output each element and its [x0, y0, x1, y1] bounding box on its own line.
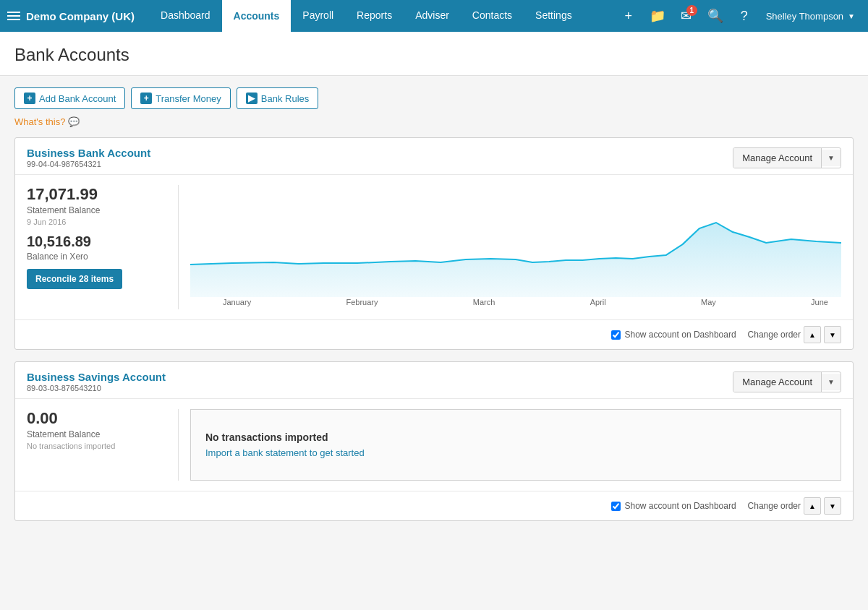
empty-state-1: No transactions imported Import a bank s…: [179, 409, 841, 481]
add-icon[interactable]: +: [616, 3, 642, 29]
chat-icon: 💬: [68, 116, 80, 127]
statement-balance-0: 17,071.99: [27, 185, 166, 204]
page-title: Bank Accounts: [14, 45, 854, 65]
account-card-header-1: Business Savings Account 89-03-03-876543…: [15, 362, 853, 399]
account-info-0: Business Bank Account 99-04-04-987654321: [27, 147, 150, 168]
top-nav: Demo Company (UK) Dashboard Accounts Pay…: [0, 0, 868, 32]
main-menu: Dashboard Accounts Payroll Reports Advis…: [149, 0, 616, 32]
add-bank-label: Add Bank Account: [39, 93, 116, 104]
user-name: Shelley Thompson: [766, 11, 843, 22]
hamburger-icon[interactable]: [7, 12, 20, 20]
chart-month-mar: March: [473, 298, 495, 306]
show-dashboard-0[interactable]: Show account on Dashboard: [611, 330, 736, 340]
nav-icons: + 📁 ✉ 1 🔍 ? Shelley Thompson ▼: [616, 0, 861, 32]
statement-balance-label-1: Statement Balance: [27, 429, 166, 439]
empty-title-1: No transactions imported: [205, 431, 826, 443]
help-icon[interactable]: ?: [731, 3, 757, 29]
user-menu[interactable]: Shelley Thompson ▼: [760, 0, 861, 32]
chart-month-may: May: [701, 298, 716, 306]
account-card-1: Business Savings Account 89-03-03-876543…: [14, 361, 854, 521]
statement-balance-label-0: Statement Balance: [27, 205, 166, 215]
chart-month-jan: January: [223, 298, 251, 306]
bank-rules-icon: ▶: [246, 93, 258, 104]
reconcile-button-0[interactable]: Reconcile 28 items: [27, 269, 122, 289]
nav-settings[interactable]: Settings: [524, 0, 584, 32]
show-dashboard-1[interactable]: Show account on Dashboard: [611, 501, 736, 511]
manage-account-caret-1[interactable]: ▼: [822, 374, 841, 390]
nav-adviser[interactable]: Adviser: [404, 0, 461, 32]
chart-month-feb: February: [346, 298, 378, 306]
account-card-header-0: Business Bank Account 99-04-04-987654321…: [15, 138, 853, 175]
page-header: Bank Accounts: [0, 32, 868, 76]
nav-contacts[interactable]: Contacts: [461, 0, 524, 32]
bank-rules-button[interactable]: ▶ Bank Rules: [237, 87, 318, 109]
manage-account-button-0[interactable]: Manage Account ▼: [733, 147, 841, 168]
mail-icon[interactable]: ✉ 1: [673, 3, 699, 29]
nav-reports[interactable]: Reports: [345, 0, 404, 32]
import-statement-link[interactable]: Import a bank statement to get started: [205, 447, 365, 458]
order-down-button-0[interactable]: ▼: [824, 326, 841, 343]
show-dashboard-label-0: Show account on Dashboard: [625, 330, 736, 340]
search-icon[interactable]: 🔍: [702, 3, 728, 29]
chart-month-jun: June: [811, 298, 828, 306]
transfer-icon: +: [140, 93, 152, 104]
show-dashboard-checkbox-0[interactable]: [611, 330, 621, 340]
account-stats-1: 0.00 Statement Balance No transactions i…: [27, 409, 179, 481]
account-card-footer-1: Show account on Dashboard Change order ▲…: [15, 491, 853, 520]
manage-account-label-0[interactable]: Manage Account: [733, 148, 822, 168]
change-order-label-1: Change order: [748, 501, 801, 511]
account-number-0: 99-04-04-987654321: [27, 160, 150, 168]
statement-balance-1: 0.00: [27, 409, 166, 428]
account-card-0: Business Bank Account 99-04-04-987654321…: [14, 137, 854, 350]
brand[interactable]: Demo Company (UK): [7, 10, 135, 22]
whats-this-text: What's this?: [14, 116, 65, 127]
chart-svg-0: [190, 185, 841, 301]
empty-state-box-1: No transactions imported Import a bank s…: [190, 409, 841, 481]
xero-balance-label-0: Balance in Xero: [27, 252, 166, 262]
whats-this-link[interactable]: What's this? 💬: [14, 116, 854, 127]
change-order-1: Change order ▲ ▼: [748, 497, 841, 515]
nav-accounts[interactable]: Accounts: [222, 0, 292, 32]
nav-payroll[interactable]: Payroll: [291, 0, 345, 32]
show-dashboard-checkbox-1[interactable]: [611, 502, 621, 511]
brand-name: Demo Company (UK): [26, 10, 135, 22]
account-name-0: Business Bank Account: [27, 147, 150, 159]
chart-area-0: January February March April May June: [179, 185, 841, 309]
action-buttons: + Add Bank Account + Transfer Money ▶ Ba…: [14, 87, 854, 109]
mail-badge: 1: [686, 5, 697, 16]
account-card-body-0: 17,071.99 Statement Balance 9 Jun 2016 1…: [15, 175, 853, 319]
show-dashboard-label-1: Show account on Dashboard: [625, 501, 736, 511]
order-up-button-0[interactable]: ▲: [804, 326, 821, 343]
manage-account-label-1[interactable]: Manage Account: [733, 372, 822, 392]
account-stats-0: 17,071.99 Statement Balance 9 Jun 2016 1…: [27, 185, 179, 309]
account-number-1: 89-03-03-876543210: [27, 384, 166, 392]
transfer-label: Transfer Money: [156, 93, 221, 104]
add-bank-account-button[interactable]: + Add Bank Account: [14, 87, 125, 109]
nav-dashboard[interactable]: Dashboard: [149, 0, 222, 32]
bank-rules-label: Bank Rules: [261, 93, 309, 104]
chart-month-apr: April: [590, 298, 606, 306]
account-info-1: Business Savings Account 89-03-03-876543…: [27, 371, 166, 392]
xero-balance-0: 10,516.89: [27, 233, 166, 250]
account-card-body-1: 0.00 Statement Balance No transactions i…: [15, 399, 853, 491]
add-bank-icon: +: [24, 93, 35, 104]
account-card-footer-0: Show account on Dashboard Change order ▲…: [15, 319, 853, 349]
statement-date-0: 9 Jun 2016: [27, 218, 166, 226]
change-order-0: Change order ▲ ▼: [748, 326, 841, 343]
transfer-money-button[interactable]: + Transfer Money: [131, 87, 231, 109]
account-name-1: Business Savings Account: [27, 371, 166, 383]
content-area: + Add Bank Account + Transfer Money ▶ Ba…: [0, 76, 868, 544]
user-caret-icon: ▼: [848, 12, 855, 20]
manage-account-caret-0[interactable]: ▼: [822, 150, 841, 166]
no-txn-label-1: No transactions imported: [27, 442, 166, 450]
manage-account-button-1[interactable]: Manage Account ▼: [733, 371, 841, 392]
folder-icon[interactable]: 📁: [644, 3, 671, 29]
order-down-button-1[interactable]: ▼: [824, 497, 841, 515]
order-up-button-1[interactable]: ▲: [804, 497, 821, 515]
change-order-label-0: Change order: [748, 330, 801, 340]
